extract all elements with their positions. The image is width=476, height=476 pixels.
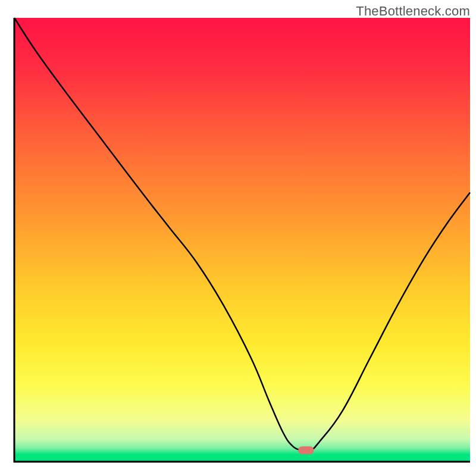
plot-gradient-bg [14,18,470,455]
bottleneck-chart [0,0,476,476]
attribution-text: TheBottleneck.com [356,4,470,19]
bottleneck-min-marker [298,446,314,454]
baseline-strip [14,455,470,462]
